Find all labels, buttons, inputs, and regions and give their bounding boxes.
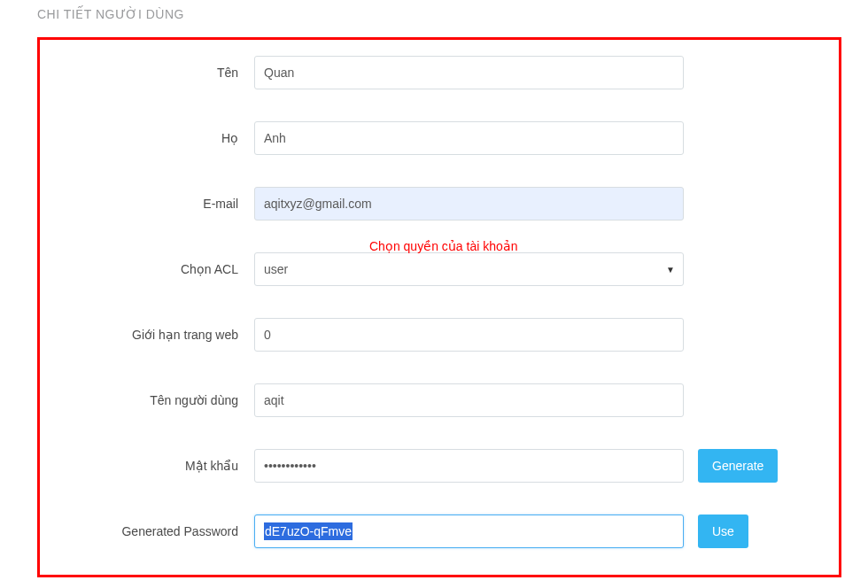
password-input[interactable]	[254, 449, 684, 483]
user-detail-form: Tên Họ E-mail Chọn ACL user Giới hạn tra…	[37, 37, 841, 577]
email-input[interactable]	[254, 187, 684, 220]
password-label: Mật khẩu	[58, 459, 254, 473]
website-limit-input[interactable]	[254, 318, 684, 352]
row-acl: Chọn ACL user	[58, 252, 821, 286]
username-input[interactable]	[254, 383, 684, 417]
row-website-limit: Giới hạn trang web	[58, 318, 821, 352]
acl-select[interactable]: user	[254, 252, 684, 286]
generated-password-input[interactable]: dE7uzO-qFmve	[254, 514, 684, 548]
acl-annotation: Chọn quyền của tài khoản	[369, 239, 518, 253]
acl-select-wrapper: user	[254, 252, 684, 286]
page-title: CHI TIẾT NGƯỜI DÙNG	[0, 0, 868, 25]
generated-password-value: dE7uzO-qFmve	[264, 522, 353, 540]
row-firstname: Tên	[58, 56, 821, 89]
generated-password-label: Generated Password	[58, 524, 254, 538]
row-lastname: Họ	[58, 121, 821, 155]
acl-label: Chọn ACL	[58, 262, 254, 276]
row-password: Mật khẩu Generate	[58, 449, 821, 483]
row-username: Tên người dùng	[58, 383, 821, 417]
lastname-label: Họ	[58, 131, 254, 145]
row-email: E-mail	[58, 187, 821, 220]
website-limit-label: Giới hạn trang web	[58, 328, 254, 342]
firstname-input[interactable]	[254, 56, 684, 89]
email-label: E-mail	[58, 197, 254, 211]
generate-button[interactable]: Generate	[698, 449, 778, 483]
use-button[interactable]: Use	[698, 514, 748, 548]
row-generated-password: Generated Password dE7uzO-qFmve Use	[58, 514, 821, 548]
username-label: Tên người dùng	[58, 393, 254, 407]
firstname-label: Tên	[58, 66, 254, 80]
lastname-input[interactable]	[254, 121, 684, 155]
